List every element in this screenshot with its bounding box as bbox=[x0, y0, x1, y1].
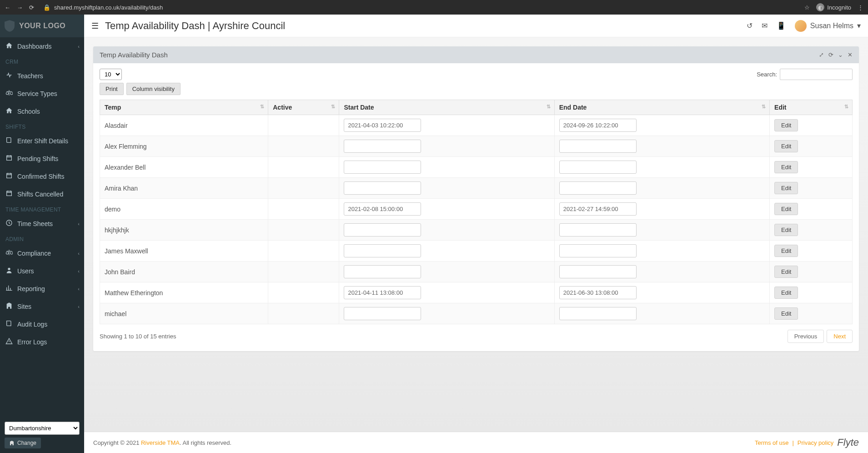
sidebar-item-schools[interactable]: Schools bbox=[0, 102, 84, 120]
user-menu[interactable]: Susan Helms ▾ bbox=[795, 20, 861, 32]
panel-title: Temp Availability Dash bbox=[100, 51, 819, 59]
start-date-input[interactable] bbox=[344, 286, 421, 299]
mobile-icon[interactable]: 📱 bbox=[777, 21, 786, 30]
column-header[interactable]: Start Date⇅ bbox=[339, 100, 554, 115]
browser-forward-icon[interactable]: → bbox=[17, 4, 23, 11]
terms-link[interactable]: Terms of use bbox=[755, 439, 788, 446]
end-date-input[interactable] bbox=[559, 307, 637, 320]
sidebar-item-label: Users bbox=[17, 267, 34, 275]
warning-icon bbox=[5, 337, 13, 346]
sidebar-item-confirmed-shifts[interactable]: Confirmed Shifts bbox=[0, 167, 84, 185]
sidebar-item-shifts-cancelled[interactable]: Shifts Cancelled bbox=[0, 185, 84, 203]
start-date-input[interactable] bbox=[344, 202, 421, 216]
browser-back-icon[interactable]: ← bbox=[5, 4, 10, 11]
column-visibility-button[interactable]: Column visibility bbox=[126, 83, 181, 95]
close-icon[interactable]: ✕ bbox=[848, 51, 853, 58]
table-row: John BairdEdit bbox=[100, 262, 853, 282]
chevron-left-icon: ‹ bbox=[78, 44, 80, 49]
sort-icon: ⇅ bbox=[762, 104, 766, 110]
region-select[interactable]: Dumbartonshire bbox=[5, 422, 80, 435]
end-date-input[interactable] bbox=[559, 244, 637, 257]
mail-icon[interactable]: ✉ bbox=[762, 21, 768, 30]
sidebar-item-enter-shift-details[interactable]: Enter Shift Details bbox=[0, 132, 84, 150]
chevron-left-icon: ‹ bbox=[78, 221, 80, 226]
sidebar-item-label: Teachers bbox=[17, 72, 43, 80]
sidebar-item-label: Pending Shifts bbox=[17, 155, 58, 162]
building-icon bbox=[9, 440, 15, 446]
sidebar-item-pending-shifts[interactable]: Pending Shifts bbox=[0, 150, 84, 167]
sidebar-item-time-sheets[interactable]: Time Sheets‹ bbox=[0, 215, 84, 232]
start-date-input[interactable] bbox=[344, 244, 421, 257]
end-date-input[interactable] bbox=[559, 181, 637, 195]
end-date-input[interactable] bbox=[559, 265, 637, 278]
sidebar-item-service-types[interactable]: Service Types bbox=[0, 85, 84, 102]
company-link[interactable]: Riverside TMA bbox=[141, 439, 180, 446]
change-region-button[interactable]: Change bbox=[5, 438, 41, 448]
edit-button[interactable]: Edit bbox=[774, 287, 798, 299]
book-icon bbox=[5, 320, 13, 328]
start-date-input[interactable] bbox=[344, 265, 421, 278]
logo-text: YOUR LOGO bbox=[19, 22, 65, 30]
lock-icon: 🔒 bbox=[43, 4, 50, 11]
incognito-badge: ◐ Incognito bbox=[816, 3, 851, 11]
privacy-link[interactable]: Privacy policy bbox=[798, 439, 833, 446]
top-navbar: ☰ Temp Availability Dash | Ayrshire Coun… bbox=[84, 15, 868, 37]
column-header[interactable]: Edit⇅ bbox=[770, 100, 853, 115]
star-icon[interactable]: ☆ bbox=[804, 4, 810, 11]
start-date-input[interactable] bbox=[344, 119, 421, 132]
cell-active bbox=[268, 262, 339, 282]
edit-button[interactable]: Edit bbox=[774, 245, 798, 257]
edit-button[interactable]: Edit bbox=[774, 203, 798, 215]
start-date-input[interactable] bbox=[344, 181, 421, 195]
column-header[interactable]: End Date⇅ bbox=[554, 100, 769, 115]
edit-button[interactable]: Edit bbox=[774, 140, 798, 152]
page-size-select[interactable]: 10 bbox=[100, 69, 122, 80]
hamburger-icon[interactable]: ☰ bbox=[91, 21, 99, 31]
caret-down-icon: ▾ bbox=[857, 21, 861, 30]
start-date-input[interactable] bbox=[344, 161, 421, 174]
start-date-input[interactable] bbox=[344, 140, 421, 153]
column-header[interactable]: Temp⇅ bbox=[100, 100, 268, 115]
browser-menu-icon[interactable]: ⋮ bbox=[858, 4, 863, 11]
expand-icon[interactable]: ⤢ bbox=[819, 51, 824, 58]
chevron-left-icon: ‹ bbox=[78, 304, 80, 309]
table-row: demoEdit bbox=[100, 199, 853, 220]
start-date-input[interactable] bbox=[344, 223, 421, 237]
edit-button[interactable]: Edit bbox=[774, 161, 798, 173]
sidebar-item-sites[interactable]: Sites‹ bbox=[0, 297, 84, 315]
browser-reload-icon[interactable]: ⟳ bbox=[29, 4, 34, 11]
search-input[interactable] bbox=[780, 69, 853, 80]
edit-button[interactable]: Edit bbox=[774, 182, 798, 194]
print-button[interactable]: Print bbox=[100, 83, 124, 95]
edit-button[interactable]: Edit bbox=[774, 307, 798, 320]
cell-temp: demo bbox=[100, 199, 268, 220]
health-icon bbox=[5, 71, 13, 80]
end-date-input[interactable] bbox=[559, 119, 637, 132]
end-date-input[interactable] bbox=[559, 286, 637, 299]
edit-button[interactable]: Edit bbox=[774, 224, 798, 236]
history-icon[interactable]: ↺ bbox=[747, 21, 753, 30]
sidebar-item-teachers[interactable]: Teachers bbox=[0, 67, 84, 85]
end-date-input[interactable] bbox=[559, 161, 637, 174]
end-date-input[interactable] bbox=[559, 140, 637, 153]
sidebar-item-users[interactable]: Users‹ bbox=[0, 262, 84, 280]
chevron-left-icon: ‹ bbox=[78, 251, 80, 256]
sidebar: YOUR LOGO Dashboards‹CRMTeachersService … bbox=[0, 15, 84, 453]
sidebar-item-reporting[interactable]: Reporting‹ bbox=[0, 280, 84, 297]
sidebar-item-audit-logs[interactable]: Audit Logs bbox=[0, 315, 84, 333]
end-date-input[interactable] bbox=[559, 223, 637, 237]
sidebar-item-error-logs[interactable]: Error Logs bbox=[0, 333, 84, 351]
sidebar-item-compliance[interactable]: Compliance‹ bbox=[0, 244, 84, 262]
next-button[interactable]: Next bbox=[827, 330, 853, 343]
column-header[interactable]: Active⇅ bbox=[268, 100, 339, 115]
edit-button[interactable]: Edit bbox=[774, 266, 798, 278]
prev-button[interactable]: Previous bbox=[788, 330, 824, 343]
sidebar-item-dashboards[interactable]: Dashboards‹ bbox=[0, 37, 84, 55]
collapse-icon[interactable]: ⌄ bbox=[838, 51, 843, 58]
edit-button[interactable]: Edit bbox=[774, 119, 798, 131]
refresh-icon[interactable]: ⟳ bbox=[828, 51, 833, 58]
end-date-input[interactable] bbox=[559, 202, 637, 216]
sidebar-item-label: Service Types bbox=[17, 90, 57, 97]
cell-temp: Matthew Etherington bbox=[100, 282, 268, 303]
start-date-input[interactable] bbox=[344, 307, 421, 320]
